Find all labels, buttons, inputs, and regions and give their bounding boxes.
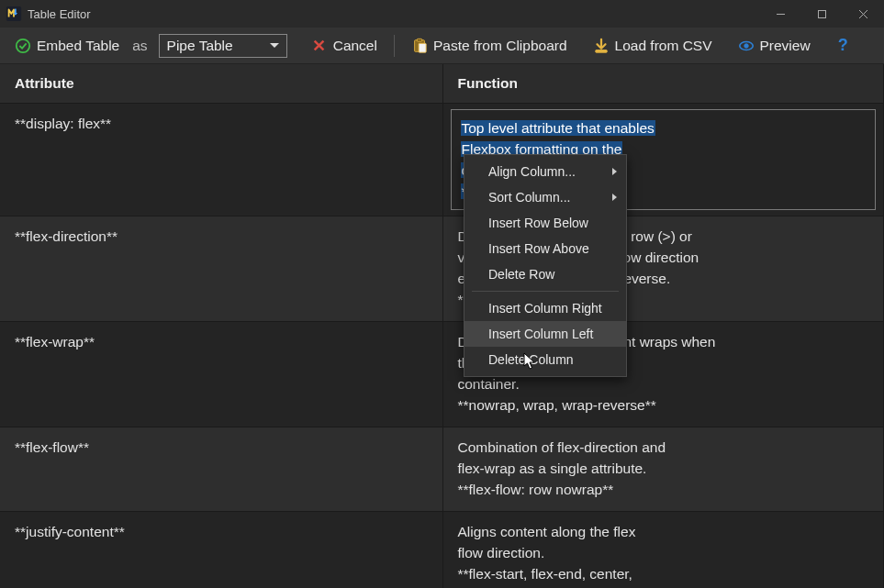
minimize-button[interactable] bbox=[760, 0, 801, 28]
embed-table-label: Embed Table bbox=[37, 38, 119, 54]
menu-insert-column-right[interactable]: Insert Column Right bbox=[464, 295, 626, 321]
menu-separator bbox=[472, 291, 619, 292]
menu-align-column[interactable]: Align Column... bbox=[464, 159, 626, 184]
svg-point-5 bbox=[17, 39, 29, 51]
table-row: **justify-content** Aligns content along… bbox=[0, 512, 884, 589]
cell-attribute[interactable]: **display: flex** bbox=[0, 104, 442, 216]
clipboard-paste-icon bbox=[411, 38, 428, 54]
paste-label: Paste from Clipboard bbox=[433, 38, 567, 54]
cell-function[interactable]: Aligns content along the flex flow direc… bbox=[442, 512, 884, 589]
svg-rect-2 bbox=[819, 10, 826, 17]
load-csv-button[interactable]: Load from CSV bbox=[589, 34, 716, 58]
cell-attribute[interactable]: **flex-wrap** bbox=[0, 322, 442, 427]
cell-attribute[interactable]: **flex-flow** bbox=[0, 427, 442, 512]
eye-icon bbox=[738, 38, 755, 54]
preview-label: Preview bbox=[760, 38, 811, 54]
menu-delete-column[interactable]: Delete Column bbox=[464, 347, 626, 372]
table-row: **flex-flow** Combination of flex-direct… bbox=[0, 427, 884, 512]
column-header-attribute[interactable]: Attribute bbox=[0, 64, 442, 104]
download-icon bbox=[593, 38, 610, 54]
menu-insert-row-above[interactable]: Insert Row Above bbox=[464, 236, 626, 261]
maximize-button[interactable] bbox=[801, 0, 843, 28]
cell-attribute[interactable]: **flex-direction** bbox=[0, 216, 442, 322]
menu-insert-column-left[interactable]: Insert Column Left bbox=[464, 321, 626, 347]
help-button[interactable]: ? bbox=[834, 32, 852, 59]
toolbar-separator bbox=[394, 35, 395, 57]
cancel-label: Cancel bbox=[333, 38, 377, 54]
x-icon: ✕ bbox=[311, 38, 328, 54]
column-header-function[interactable]: Function bbox=[442, 64, 884, 104]
cancel-button[interactable]: ✕ Cancel bbox=[308, 34, 381, 58]
load-csv-label: Load from CSV bbox=[615, 38, 712, 54]
title-bar: Table Editor bbox=[0, 0, 884, 28]
paste-clipboard-button[interactable]: Paste from Clipboard bbox=[408, 34, 571, 58]
table: Attribute Function **display: flex** Top… bbox=[0, 64, 884, 588]
cell-function[interactable]: Combination of flex-direction and flex-w… bbox=[442, 427, 884, 512]
menu-insert-row-below[interactable]: Insert Row Below bbox=[464, 210, 626, 236]
table-row: **flex-wrap** Determines whether content… bbox=[0, 322, 884, 427]
dropdown-value: Pipe Table bbox=[167, 38, 233, 54]
check-circle-icon bbox=[15, 38, 31, 54]
app-icon bbox=[6, 6, 22, 22]
table-row: **display: flex** Top level attribute th… bbox=[0, 104, 884, 216]
context-menu: Align Column... Sort Column... Insert Ro… bbox=[464, 154, 627, 377]
as-label: as bbox=[132, 38, 147, 54]
svg-rect-8 bbox=[419, 43, 426, 52]
svg-rect-9 bbox=[595, 50, 607, 52]
preview-button[interactable]: Preview bbox=[734, 34, 814, 58]
table-row: **flex-direction** Direction of the flex… bbox=[0, 216, 884, 322]
chevron-down-icon bbox=[270, 43, 279, 48]
close-button[interactable] bbox=[843, 0, 884, 28]
cell-attribute[interactable]: **justify-content** bbox=[0, 512, 442, 589]
table-header-row: Attribute Function bbox=[0, 64, 884, 104]
svg-rect-7 bbox=[417, 39, 421, 41]
menu-delete-row[interactable]: Delete Row bbox=[464, 261, 626, 287]
menu-sort-column[interactable]: Sort Column... bbox=[464, 184, 626, 210]
table-type-dropdown[interactable]: Pipe Table bbox=[159, 34, 287, 58]
toolbar: Embed Table as Pipe Table ✕ Cancel Paste… bbox=[0, 28, 884, 64]
svg-point-11 bbox=[744, 43, 748, 48]
window-title: Table Editor bbox=[28, 7, 91, 21]
help-icon: ? bbox=[838, 36, 848, 55]
embed-table-button[interactable]: Embed Table bbox=[11, 34, 123, 58]
table-editor-area: Attribute Function **display: flex** Top… bbox=[0, 64, 884, 588]
